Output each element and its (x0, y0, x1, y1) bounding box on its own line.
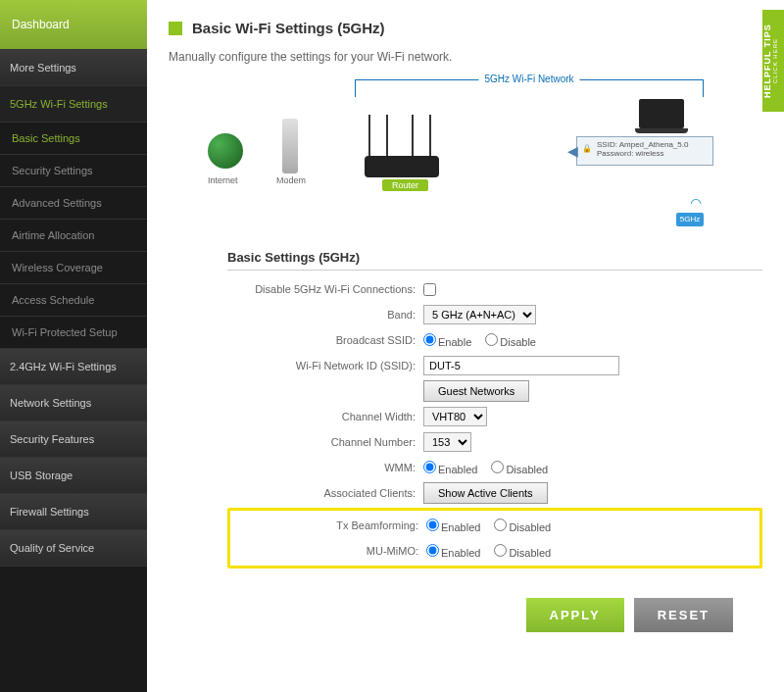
title-square-icon (169, 22, 182, 35)
sidebar-advanced-settings[interactable]: Advanced Settings (0, 187, 147, 220)
ssid-input[interactable] (423, 356, 619, 375)
sidebar: Dashboard More Settings 5GHz Wi-Fi Setti… (0, 0, 147, 692)
ssid-info-box: 🔒 SSID: Amped_Athena_5.0 Password: wirel… (576, 136, 713, 166)
sidebar-basic-settings[interactable]: Basic Settings (0, 123, 147, 155)
wmm-label: WMM: (227, 462, 423, 473)
assoc-clients-label: Associated Clients: (227, 487, 423, 499)
ssid-label: Wi-Fi Network ID (SSID): (227, 360, 423, 371)
sidebar-network-settings[interactable]: Network Settings (0, 385, 147, 421)
disable-checkbox[interactable] (423, 283, 436, 296)
apply-button[interactable]: APPLY (526, 598, 624, 632)
txbf-enabled-radio[interactable] (426, 519, 439, 531)
diagram-ssid: SSID: Amped_Athena_5.0 (597, 140, 707, 149)
channel-width-select[interactable]: VHT80 (423, 407, 487, 426)
sidebar-more-settings[interactable]: More Settings (0, 50, 147, 86)
disable-label: Disable 5GHz Wi-Fi Connections: (227, 283, 423, 295)
sidebar-security-features[interactable]: Security Features (0, 421, 147, 458)
mumimo-enabled-radio[interactable] (426, 544, 439, 557)
wifi-icon: ◠ (690, 195, 702, 211)
mumimo-label: MU-MiMO: (230, 545, 426, 557)
router-label: Router (382, 179, 428, 191)
sidebar-qos[interactable]: Quality of Service (0, 530, 147, 567)
page-title: Basic Wi-Fi Settings (5GHz) (192, 20, 385, 36)
wmm-enabled-radio[interactable] (423, 461, 436, 473)
band-label: Band: (227, 309, 423, 321)
channel-width-label: Channel Width: (227, 411, 423, 422)
sidebar-5ghz-section[interactable]: 5GHz Wi-Fi Settings (0, 86, 147, 123)
diagram-password: Password: wireless (597, 149, 707, 158)
mumimo-disabled-radio[interactable] (494, 544, 507, 557)
wmm-disabled-radio[interactable] (491, 461, 504, 473)
sidebar-2-4ghz[interactable]: 2.4GHz Wi-Fi Settings (0, 349, 147, 385)
sidebar-airtime-allocation[interactable]: Airtime Allocation (0, 220, 147, 252)
sidebar-security-settings[interactable]: Security Settings (0, 155, 147, 187)
band-select[interactable]: 5 GHz (A+N+AC) (423, 305, 536, 324)
main-content: Basic Wi-Fi Settings (5GHz) Manually con… (147, 0, 784, 692)
helpful-tips-tab[interactable]: HELPFUL TIPSCLICK HERE (762, 10, 784, 112)
modem-label: Modem (276, 175, 306, 185)
show-clients-button[interactable]: Show Active Clients (423, 482, 548, 504)
txbf-disabled-radio[interactable] (494, 519, 507, 531)
sidebar-usb-storage[interactable]: USB Storage (0, 458, 147, 494)
section-heading: Basic Settings (5GHz) (227, 250, 762, 271)
txbf-label: Tx Beamforming: (230, 519, 426, 531)
router-icon (355, 109, 449, 177)
5ghz-badge: 5GHz (676, 213, 704, 226)
sidebar-access-schedule[interactable]: Access Schedule (0, 284, 147, 317)
laptop-icon (639, 99, 684, 128)
channel-number-label: Channel Number: (227, 436, 423, 448)
internet-label: Internet (208, 175, 238, 185)
diagram-top-label: 5GHz Wi-Fi Network (478, 74, 579, 84)
sidebar-firewall[interactable]: Firewall Settings (0, 494, 147, 530)
sidebar-wps[interactable]: Wi-Fi Protected Setup (0, 317, 147, 349)
network-diagram: 5GHz Wi-Fi Network Internet Modem Router… (208, 79, 743, 226)
internet-icon (208, 133, 243, 169)
highlight-box: Tx Beamforming:EnabledDisabled MU-MiMO:E… (227, 508, 762, 568)
broadcast-label: Broadcast SSID: (227, 334, 423, 346)
broadcast-disable-radio[interactable] (485, 333, 498, 346)
reset-button[interactable]: RESET (634, 598, 733, 632)
page-subtitle: Manually configure the settings for your… (169, 50, 762, 64)
guest-networks-button[interactable]: Guest Networks (423, 380, 529, 402)
channel-number-select[interactable]: 153 (423, 432, 471, 452)
broadcast-enable-radio[interactable] (423, 333, 436, 346)
modem-icon (282, 119, 298, 173)
sidebar-wireless-coverage[interactable]: Wireless Coverage (0, 252, 147, 284)
settings-form: Disable 5GHz Wi-Fi Connections: Band:5 G… (227, 276, 762, 568)
sidebar-dashboard[interactable]: Dashboard (0, 0, 147, 50)
